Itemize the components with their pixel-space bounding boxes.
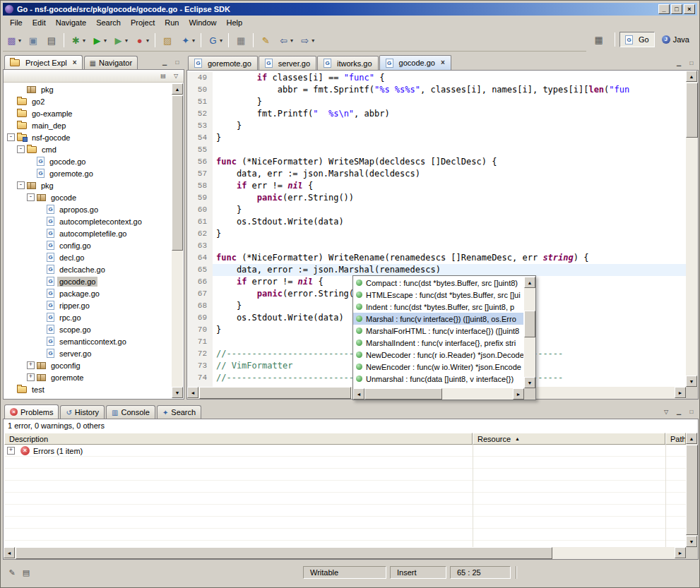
- code-line[interactable]: 64func (*NiceFormatter) WriteRename(rena…: [187, 252, 686, 264]
- tree-item[interactable]: Gconfig.go: [4, 239, 172, 251]
- scrollbar-thumb[interactable]: [686, 445, 698, 535]
- tree-item[interactable]: Gripper.go: [4, 299, 172, 311]
- new-go-element-button[interactable]: G▾: [205, 32, 225, 49]
- code-line[interactable]: 57 data, err := json.Marshal(decldescs): [187, 168, 686, 180]
- tree-item[interactable]: Gapropos.go: [4, 203, 172, 215]
- perspective-java-button[interactable]: J Java: [656, 32, 695, 47]
- scrollbar-thumb[interactable]: [16, 547, 552, 559]
- tree-item[interactable]: Gautocompletecontext.go: [4, 215, 172, 227]
- editor-tab-server-go[interactable]: Gserver.go: [259, 56, 316, 70]
- scrollbar-thumb[interactable]: [199, 387, 351, 399]
- scrollbar-thumb[interactable]: [364, 388, 442, 400]
- debug-button[interactable]: ✱▾: [68, 32, 88, 49]
- tree-item[interactable]: +goconfig: [4, 359, 172, 371]
- menu-help[interactable]: Help: [222, 17, 248, 28]
- scroll-down-icon[interactable]: ▼: [686, 536, 697, 547]
- search-button[interactable]: ✦▾: [177, 32, 197, 49]
- minimize-view-icon[interactable]: ▁: [673, 58, 684, 68]
- tree-item[interactable]: pkg: [4, 83, 172, 95]
- dropdown-arrow-icon[interactable]: ▾: [18, 37, 21, 44]
- view-menu-icon[interactable]: ▽: [660, 407, 672, 416]
- close-window-button[interactable]: ×: [684, 4, 695, 14]
- dropdown-arrow-icon[interactable]: ▾: [125, 37, 128, 44]
- code-line[interactable]: 58 if err != nil {: [187, 180, 686, 192]
- tab-history[interactable]: ↺History: [60, 405, 105, 419]
- tab-search[interactable]: ✦Search: [157, 405, 201, 419]
- column-path[interactable]: Path: [665, 433, 686, 445]
- tree-toggle-minus[interactable]: -: [7, 133, 15, 141]
- tree-item[interactable]: -cmd: [4, 143, 172, 155]
- new-wizard-button[interactable]: ▩▾: [4, 32, 23, 49]
- scroll-up-icon[interactable]: ▲: [524, 277, 535, 288]
- back-button[interactable]: ⇦▾: [275, 32, 295, 49]
- maximize-window-button[interactable]: □: [671, 4, 682, 14]
- scroll-right-icon[interactable]: ►: [675, 387, 686, 398]
- scroll-right-icon[interactable]: ►: [675, 547, 686, 558]
- dropdown-arrow-icon[interactable]: ▾: [312, 37, 314, 44]
- tree-item[interactable]: +goremote: [4, 371, 172, 383]
- maximize-view-icon[interactable]: □: [172, 57, 183, 67]
- tree-item[interactable]: go-example: [4, 107, 172, 119]
- editor-vertical-scrollbar[interactable]: ▲ ▼: [686, 71, 698, 387]
- autocomplete-item[interactable]: Unmarshal : func(data []uint8, v interfa…: [353, 373, 523, 385]
- tree-item[interactable]: Gpackage.go: [4, 287, 172, 299]
- tree-item[interactable]: test: [4, 383, 172, 395]
- dropdown-arrow-icon[interactable]: ▾: [104, 37, 107, 44]
- maximize-view-icon[interactable]: □: [686, 407, 697, 416]
- title-bar[interactable]: Go - nsf-gocode/src/pkg/gocode/gocode.go…: [3, 3, 697, 16]
- editor-tab-goremote-go[interactable]: Ggoremote.go: [188, 56, 258, 70]
- autocomplete-item[interactable]: NewEncoder : func(w io.Writer) *json.Enc…: [353, 361, 523, 373]
- maximize-view-icon[interactable]: □: [686, 58, 697, 68]
- tab-navigator[interactable]: ▦ Navigator: [84, 56, 138, 69]
- code-line[interactable]: 63: [187, 240, 686, 252]
- code-line[interactable]: 60 }: [187, 204, 686, 216]
- tab-console[interactable]: ▥Console: [106, 405, 155, 419]
- code-line[interactable]: 61 os.Stdout.Write(data): [187, 216, 686, 228]
- scroll-up-icon[interactable]: ▲: [172, 83, 183, 95]
- trim-stack-icon[interactable]: ▤: [20, 566, 32, 579]
- print-button[interactable]: ▤: [43, 32, 60, 49]
- close-icon[interactable]: ×: [441, 59, 445, 66]
- dropdown-arrow-icon[interactable]: ▾: [146, 37, 149, 44]
- table-row[interactable]: + × Errors (1 item): [4, 445, 686, 457]
- tree-item[interactable]: Grpc.go: [4, 311, 172, 323]
- autocomplete-item[interactable]: MarshalForHTML : func(v interface{}) ([]…: [353, 325, 523, 337]
- autocomplete-item[interactable]: Indent : func(dst *bytes.Buffer, src []u…: [353, 301, 523, 313]
- dropdown-arrow-icon[interactable]: ▾: [192, 37, 195, 44]
- tab-problems[interactable]: ×Problems: [4, 404, 59, 419]
- menu-navigate[interactable]: Navigate: [51, 17, 91, 28]
- tree-item[interactable]: Gdecl.go: [4, 251, 172, 263]
- open-perspective-button[interactable]: ▦: [587, 32, 610, 47]
- scroll-down-icon[interactable]: ▼: [686, 376, 697, 387]
- scroll-down-icon[interactable]: ▼: [172, 387, 183, 398]
- tree-toggle-plus[interactable]: +: [27, 373, 35, 381]
- code-line[interactable]: 55: [187, 144, 686, 156]
- run-button[interactable]: ▶▾: [89, 32, 109, 49]
- tree-item[interactable]: Gdeclcache.go: [4, 263, 172, 275]
- code-line[interactable]: 53 }: [187, 120, 686, 132]
- autocomplete-item[interactable]: NewDecoder : func(r io.Reader) *json.Dec…: [353, 349, 523, 361]
- code-line[interactable]: 49 if classes[i] == "func" {: [187, 72, 686, 84]
- scroll-left-icon[interactable]: ◄: [4, 547, 15, 558]
- scroll-down-icon[interactable]: ▼: [524, 377, 535, 388]
- tree-item[interactable]: -pkg: [4, 179, 172, 191]
- code-line[interactable]: 51 }: [187, 96, 686, 108]
- menu-search[interactable]: Search: [91, 17, 126, 28]
- code-line[interactable]: 62}: [187, 228, 686, 240]
- dropdown-arrow-icon[interactable]: ▾: [290, 37, 293, 44]
- open-resource-button[interactable]: ▨: [159, 32, 176, 49]
- tree-item[interactable]: Gautocompletefile.go: [4, 227, 172, 239]
- tree-item[interactable]: -nsf-gocode: [4, 131, 172, 143]
- dropdown-arrow-icon[interactable]: ▾: [83, 37, 85, 44]
- editor-tab-gocode-go[interactable]: Ggocode.go×: [379, 55, 451, 70]
- minimize-view-icon[interactable]: ▁: [673, 407, 684, 416]
- code-line[interactable]: 52 fmt.Printf(" %s\n", abbr): [187, 108, 686, 120]
- collapse-all-icon[interactable]: ▤: [158, 71, 169, 81]
- autocomplete-item[interactable]: HTMLEscape : func(dst *bytes.Buffer, src…: [353, 289, 523, 301]
- tree-item[interactable]: -gocode: [4, 191, 172, 203]
- perspective-go-button[interactable]: G Go: [619, 32, 655, 47]
- scroll-right-icon[interactable]: ►: [513, 388, 524, 400]
- last-edit-location-button[interactable]: ✎: [257, 32, 274, 49]
- scroll-left-icon[interactable]: ◄: [353, 388, 364, 400]
- run-history-button[interactable]: ▶▾: [110, 32, 130, 49]
